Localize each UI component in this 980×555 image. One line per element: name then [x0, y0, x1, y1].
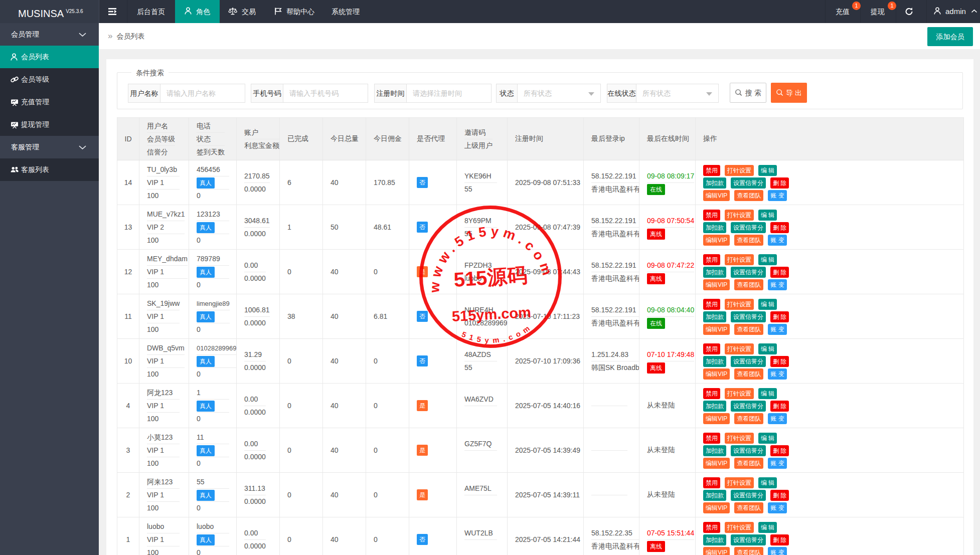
svg-text:515源码: 515源码: [453, 264, 528, 291]
svg-text:515ym.com: 515ym.com: [451, 304, 531, 324]
